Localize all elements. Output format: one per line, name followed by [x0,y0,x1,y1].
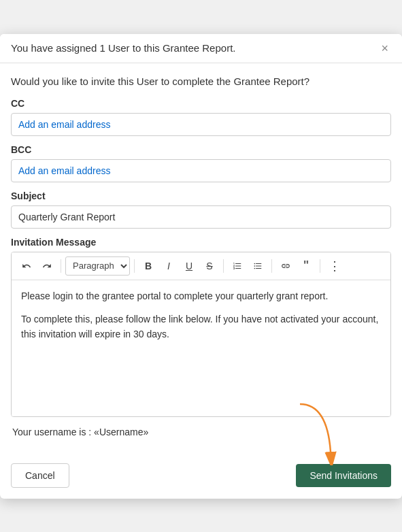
bold-button[interactable]: B [139,256,158,276]
redo-button[interactable] [37,256,56,276]
toolbar-divider-5 [320,259,320,273]
subject-label: Subject [11,190,391,201]
username-line: Your username is : «Username» [11,427,391,437]
send-invitations-button[interactable]: Send Invitations [296,464,391,487]
undo-icon [22,261,31,271]
editor-content-area[interactable]: Please login to the grantee portal to co… [12,280,390,416]
cc-input[interactable] [11,113,391,136]
toolbar-divider-3 [223,259,224,273]
toolbar-divider-4 [271,259,272,273]
rich-text-editor: Paragraph B I U S " [11,252,391,417]
notification-text: You have assigned 1 User to this Grantee… [11,42,235,54]
cc-label: CC [11,98,391,109]
editor-toolbar: Paragraph B I U S " [12,252,390,280]
paragraph-style-select[interactable]: Paragraph [65,256,130,276]
subject-input[interactable] [11,205,391,229]
ordered-list-icon [233,261,242,271]
invitation-message-label: Invitation Message [11,237,391,248]
modal-footer: Cancel Send Invitations [0,455,402,499]
blockquote-button[interactable]: " [297,256,316,276]
bullet-list-button[interactable] [248,256,267,276]
more-options-button[interactable]: ⋮ [324,256,346,276]
undo-button[interactable] [17,256,36,276]
underline-button[interactable]: U [180,256,199,276]
bcc-label: BCC [11,144,391,155]
notification-bar: You have assigned 1 User to this Grantee… [0,34,402,63]
bullet-list-icon [253,261,263,271]
close-button[interactable]: × [378,42,391,54]
bcc-input[interactable] [11,159,391,182]
editor-line-2: To complete this, please follow the link… [21,312,381,342]
link-button[interactable] [276,256,295,276]
cancel-button[interactable]: Cancel [11,463,69,488]
toolbar-divider-2 [134,259,135,273]
italic-button[interactable]: I [159,256,178,276]
toolbar-divider-1 [61,259,61,273]
ordered-list-button[interactable] [228,256,247,276]
link-icon [281,261,290,271]
strikethrough-button[interactable]: S [200,256,219,276]
editor-line-1: Please login to the grantee portal to co… [21,288,381,303]
invite-question: Would you like to invite this User to co… [11,74,391,88]
modal-container: You have assigned 1 User to this Grantee… [0,34,402,499]
modal-body: Would you like to invite this User to co… [0,63,402,455]
redo-icon [42,261,52,271]
